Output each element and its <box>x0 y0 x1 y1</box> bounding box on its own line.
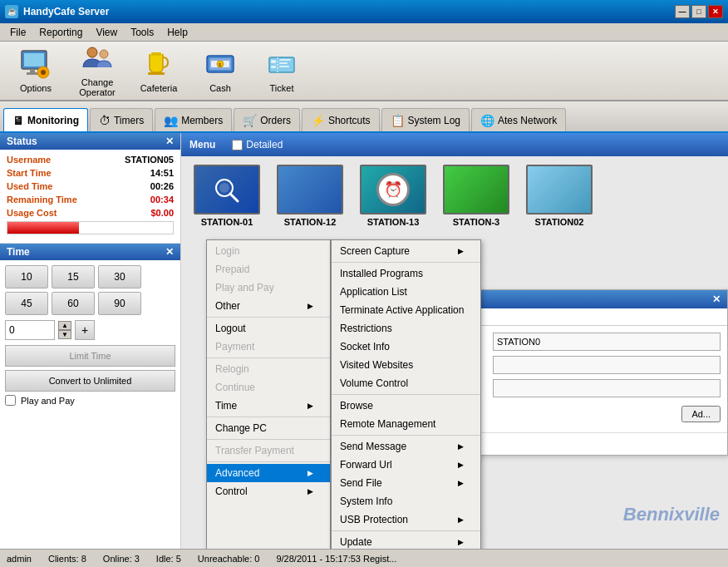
cafeteria-button[interactable]: Cafeteria <box>130 45 188 96</box>
stations-grid: STATION-01 STATION-12 ⏰ STATION-13 STATI… <box>181 156 728 549</box>
system-log-tab-icon: 📋 <box>391 114 405 127</box>
sub-send-message[interactable]: Send Message ▶ <box>332 437 480 456</box>
orders-tab-icon: 🛒 <box>243 114 257 127</box>
tab-monitoring[interactable]: 🖥 Monitoring <box>3 108 88 131</box>
cash-button[interactable]: $ Cash <box>191 45 249 96</box>
play-and-pay-checkbox[interactable] <box>5 395 16 406</box>
time-btn-15[interactable]: 15 <box>52 265 95 288</box>
status-clients: Clients: 8 <box>48 554 86 564</box>
status-close-button[interactable]: ✕ <box>165 136 174 147</box>
detailed-label: Detailed <box>246 139 283 150</box>
sub-installed-programs[interactable]: Installed Programs <box>332 264 480 283</box>
update-arrow-icon: ▶ <box>458 538 464 546</box>
time-btn-10[interactable]: 10 <box>5 265 48 288</box>
menu-view[interactable]: View <box>89 25 124 40</box>
usage-cost-row: Usage Cost $0.00 <box>7 208 174 218</box>
sub-usb-protection[interactable]: USB Protection ▶ <box>332 510 480 529</box>
orders-panel-close[interactable]: ✕ <box>712 293 721 305</box>
tab-shortcuts[interactable]: ⚡ Shortcuts <box>302 108 380 131</box>
used-time-label: Used Time <box>7 181 52 191</box>
sub-system-info[interactable]: System Info <box>332 492 480 510</box>
members-tab-icon: 👥 <box>164 114 178 127</box>
time-btn-45[interactable]: 45 <box>5 292 48 315</box>
menu-tools[interactable]: Tools <box>124 25 160 40</box>
enter-user-input[interactable] <box>493 333 721 351</box>
close-button[interactable]: ✕ <box>708 5 723 18</box>
time-arrow-icon: ▶ <box>307 402 313 410</box>
spin-down-button[interactable]: ▼ <box>58 330 71 339</box>
time-btn-30[interactable]: 30 <box>98 265 141 288</box>
sub-send-file[interactable]: Send File ▶ <box>332 474 480 492</box>
menu-reporting[interactable]: Reporting <box>32 25 89 40</box>
time-close-button[interactable]: ✕ <box>165 246 174 258</box>
progress-label: 43% <box>7 222 173 235</box>
spin-up-button[interactable]: ▲ <box>58 321 71 330</box>
sub-forward-url[interactable]: Forward Url ▶ <box>332 456 480 474</box>
time-btn-90[interactable]: 90 <box>98 292 141 315</box>
minimize-button[interactable]: — <box>675 5 690 18</box>
content-menu-label[interactable]: Menu <box>189 139 215 150</box>
sub-visited-websites[interactable]: Visited Websites <box>332 356 480 374</box>
svg-rect-20 <box>279 66 289 67</box>
sub-restrictions[interactable]: Restrictions <box>332 319 480 338</box>
sub-volume-control[interactable]: Volume Control <box>332 374 480 392</box>
sub-update[interactable]: Update ▶ <box>332 533 480 549</box>
tab-timers[interactable]: ⏱ Timers <box>90 108 153 131</box>
menu-file[interactable]: File <box>3 25 32 40</box>
ctx-control[interactable]: Control ▶ <box>207 482 330 500</box>
select-item-input[interactable] <box>493 356 721 374</box>
detailed-check[interactable]: Detailed <box>232 139 283 150</box>
sub-browse[interactable]: Browse <box>332 397 480 415</box>
sub-sep-4 <box>332 530 480 531</box>
options-label: Options <box>20 83 52 93</box>
main-area: Status ✕ Username STATION05 Start Time 1… <box>0 133 728 549</box>
tab-shortcuts-label: Shortcuts <box>328 115 371 126</box>
ctx-change-pc[interactable]: Change PC <box>207 419 330 437</box>
ctx-other[interactable]: Other ▶ <box>207 297 330 315</box>
tab-ates-network[interactable]: 🌐 Ates Network <box>471 108 566 131</box>
change-operator-button[interactable]: Change Operator <box>68 45 126 96</box>
ticket-label: Ticket <box>270 83 294 93</box>
menu-help[interactable]: Help <box>160 25 194 40</box>
svg-rect-2 <box>30 69 35 72</box>
sub-remote-management[interactable]: Remote Management <box>332 415 480 433</box>
ctx-login[interactable]: Login <box>207 242 330 260</box>
tab-system-log-label: System Log <box>408 115 460 126</box>
cost-input[interactable] <box>493 379 721 397</box>
ctx-time[interactable]: Time ▶ <box>207 397 330 415</box>
time-btn-60[interactable]: 60 <box>52 292 95 315</box>
options-button[interactable]: Options <box>7 45 65 96</box>
convert-unlimited-button[interactable]: Convert to Unlimited <box>5 370 175 392</box>
status-header: Status ✕ <box>0 133 180 150</box>
sub-application-list[interactable]: Application List <box>332 283 480 301</box>
tab-orders[interactable]: 🛒 Orders <box>234 108 300 131</box>
add-order-button[interactable]: Ad... <box>681 406 721 422</box>
status-datetime: 9/28/2011 - 15:17:53 Regist... <box>276 554 396 564</box>
sub-socket-info[interactable]: Socket Info <box>332 338 480 356</box>
screen-capture-arrow-icon: ▶ <box>458 247 464 255</box>
tab-system-log[interactable]: 📋 System Log <box>381 108 470 131</box>
tab-members[interactable]: 👥 Members <box>155 108 232 131</box>
add-time-button[interactable]: + <box>75 320 95 340</box>
tab-orders-label: Orders <box>260 115 291 126</box>
ctx-logout[interactable]: Logout <box>207 319 330 338</box>
username-row: Username STATION05 <box>7 155 174 165</box>
detailed-checkbox[interactable] <box>232 140 243 150</box>
ctx-advanced[interactable]: Advanced ▶ <box>207 464 330 482</box>
status-title: Status <box>7 136 37 147</box>
svg-rect-3 <box>27 72 38 75</box>
status-bar: admin Clients: 8 Online: 3 Idle: 5 Unrea… <box>0 549 728 567</box>
maximize-button[interactable]: □ <box>691 5 706 18</box>
sub-terminate-app[interactable]: Terminate Active Application <box>332 301 480 319</box>
sub-sep-3 <box>332 435 480 436</box>
options-icon <box>19 48 52 80</box>
limit-time-button[interactable]: Limit Time <box>5 345 175 367</box>
right-area: Menu Detailed STATION-01 <box>181 133 728 549</box>
sub-screen-capture[interactable]: Screen Capture ▶ <box>332 242 480 260</box>
svg-point-7 <box>100 50 108 58</box>
ticket-button[interactable]: Ticket <box>253 45 311 96</box>
svg-rect-19 <box>279 62 288 64</box>
time-number-input[interactable] <box>5 320 55 340</box>
context-menu-container: Login Prepaid Play and Pay Other ▶ <box>206 239 481 549</box>
svg-rect-9 <box>148 72 165 75</box>
